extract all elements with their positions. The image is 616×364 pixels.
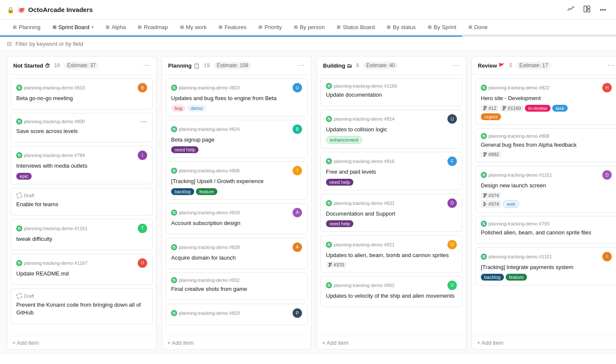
card-meta: planning-tracking-demo #1101I — [481, 252, 612, 261]
table-row[interactable]: planning-tracking-demo #822HHero site - … — [475, 78, 616, 125]
table-row[interactable]: planning-tracking-demo #808General bug f… — [475, 128, 616, 162]
column-building: Building 🗂8Estimate: 40···planning-track… — [317, 56, 466, 350]
tab-alpha[interactable]: ⊞ Alpha — [100, 20, 132, 36]
table-row[interactable]: planning-tracking-demo #824BBeta signup … — [166, 120, 308, 158]
card-issue: planning-tracking-demo #818 — [171, 210, 240, 216]
card-issue: planning-tracking-demo #816 — [326, 158, 394, 164]
card-title: tweak difficulty — [16, 235, 147, 243]
table-row[interactable]: planning-tracking-demo #814UUpdates to c… — [320, 109, 462, 148]
card-issue-text: planning-tracking-demo #814 — [334, 116, 394, 121]
svg-point-28 — [503, 107, 504, 108]
table-row[interactable]: planning-tracking-demo #784IInterviews w… — [11, 146, 153, 184]
avatar: U — [138, 258, 147, 268]
card-issue: planning-tracking-demo #822 — [481, 85, 549, 91]
page-title: OctoArcade Invaders — [28, 6, 93, 13]
avatar: U — [447, 114, 457, 124]
card-title: Updates to alien, beam, bomb and cannon … — [326, 252, 457, 259]
tab-sprint-board[interactable]: ⊞ Sprint Board ▾ — [47, 20, 100, 36]
tab-by-sprint[interactable]: ⊞ By Sprint — [422, 20, 462, 36]
svg-point-34 — [484, 155, 485, 157]
tabs-bar: ⊞ Planning ⊞ Sprint Board ▾ ⊞ Alpha ⊞ Ro… — [0, 20, 616, 36]
column-header-review: Review 🚩5Estimate: 17··· — [472, 56, 616, 75]
tab-status-board-label: Status Board — [343, 24, 375, 30]
tab-planning[interactable]: ⊞ Planning — [7, 20, 47, 36]
status-icon — [16, 152, 22, 158]
card-issue: planning-tracking-demo #824 — [171, 126, 240, 132]
chart-icon-button[interactable] — [564, 3, 577, 16]
tab-status-board[interactable]: ⊞ Status Board — [331, 20, 381, 36]
table-row[interactable]: planning-tracking-demo #810BBeta go-no-g… — [11, 78, 153, 109]
table-row[interactable]: planning-tracking-demo #818AAccount subs… — [166, 203, 308, 234]
more-options-button[interactable]: ••• — [597, 4, 609, 15]
column-menu-planning[interactable]: ··· — [298, 62, 305, 69]
table-row[interactable]: planning-tracking-demo #1151DDesign new … — [475, 166, 616, 212]
card-meta: planning-tracking-demo #829P — [171, 308, 302, 318]
card-meta: Draft — [16, 293, 147, 299]
tab-roadmap[interactable]: ⊞ Roadmap — [132, 20, 174, 36]
table-row[interactable]: planning-tracking-demo #1161Ttweak diffi… — [11, 219, 153, 250]
tab-done[interactable]: ⊞ Done — [462, 20, 494, 36]
card-issue-text: planning-tracking-demo #806 — [179, 168, 240, 173]
layout-icon-button[interactable] — [580, 3, 593, 16]
table-row[interactable]: planning-tracking-demo #821UUpdates to a… — [320, 235, 462, 272]
column-menu-review[interactable]: ··· — [608, 62, 615, 69]
table-row[interactable]: planning-tracking-demo #1167UUpdate READ… — [11, 254, 153, 285]
card-meta: planning-tracking-demo #1151D — [481, 170, 612, 180]
column-estimate-building: Estimate: 40 — [363, 62, 398, 69]
column-title-review: Review 🚩 — [478, 62, 505, 69]
tag-web: web — [503, 200, 519, 208]
card-issue: planning-tracking-demo #1151 — [481, 172, 552, 178]
filter-input[interactable] — [15, 41, 609, 47]
table-row[interactable]: planning-tracking-demo #806T[Tracking] U… — [166, 161, 308, 199]
tab-by-status[interactable]: ⊞ By status — [381, 20, 421, 36]
card-issue-text: planning-tracking-demo #793 — [489, 221, 549, 226]
tab-features-label: Features — [225, 24, 246, 30]
table-row[interactable]: planning-tracking-demo #828AAcquire doma… — [166, 238, 308, 269]
tab-sprint-board-icon: ⊞ — [53, 24, 56, 30]
table-row[interactable]: planning-tracking-demo #831DDocumentatio… — [320, 194, 462, 232]
svg-rect-0 — [584, 6, 586, 12]
add-item-not-started[interactable]: + Add item — [7, 336, 156, 349]
tab-done-icon: ⊞ — [468, 24, 472, 30]
tag-need-help: need help — [326, 220, 353, 227]
avatar: B — [293, 124, 302, 134]
card-title: [Tracking] Integrate payments system — [481, 263, 612, 271]
avatar: D — [602, 170, 612, 180]
table-row[interactable]: planning-tracking-demo #832Final creativ… — [166, 272, 308, 300]
column-menu-not-started[interactable]: ··· — [143, 62, 150, 69]
column-menu-building[interactable]: ··· — [453, 62, 460, 69]
column-body-building: planning-tracking-demo #1160Update docum… — [317, 75, 466, 336]
card-title: Hero site - Development — [481, 95, 612, 102]
card-title: Enable for teams — [16, 201, 147, 208]
table-row[interactable]: planning-tracking-demo #816FFree and pai… — [320, 152, 462, 190]
tab-by-person[interactable]: ⊞ By person — [288, 20, 331, 36]
tag-need-help: need help — [326, 179, 353, 186]
pr-ref-tag: #374 — [481, 192, 501, 198]
table-row[interactable]: DraftEnable for teams — [11, 188, 153, 216]
add-item-building[interactable]: + Add item — [317, 336, 466, 349]
tab-planning-icon: ⊞ — [13, 24, 17, 30]
tab-my-work[interactable]: ⊞ My work — [174, 20, 213, 36]
pr-ref-tag: #992 — [481, 151, 501, 157]
table-row[interactable]: planning-tracking-demo #829P — [166, 304, 308, 325]
tab-sprint-board-label: Sprint Board — [59, 24, 89, 30]
svg-point-26 — [486, 107, 487, 108]
table-row[interactable]: planning-tracking-demo #802UUpdates to v… — [320, 276, 462, 307]
table-row[interactable]: planning-tracking-demo #823UUpdates and … — [166, 78, 308, 116]
tab-features[interactable]: ⊞ Features — [213, 20, 252, 36]
tag-need-help: need help — [171, 146, 198, 153]
table-row[interactable]: planning-tracking-demo #1101I[Tracking] … — [475, 247, 616, 285]
add-item-review[interactable]: + Add item — [472, 336, 616, 349]
table-row[interactable]: planning-tracking-demo #793Polished alie… — [475, 216, 616, 244]
table-row[interactable]: planning-tracking-demo #800—Save score a… — [11, 113, 153, 142]
status-icon — [16, 293, 22, 299]
avatar: H — [602, 83, 612, 92]
add-item-planning[interactable]: + Add item — [162, 336, 311, 349]
tab-alpha-label: Alpha — [112, 24, 126, 30]
table-row[interactable]: DraftPrevent the Konami code from bringi… — [11, 288, 153, 324]
card-issue-text: planning-tracking-demo #832 — [179, 278, 240, 283]
tab-priority[interactable]: ⊞ Priority — [252, 20, 287, 36]
table-row[interactable]: planning-tracking-demo #1160Update docum… — [320, 78, 462, 106]
status-icon — [481, 254, 487, 260]
status-icon — [171, 85, 177, 91]
